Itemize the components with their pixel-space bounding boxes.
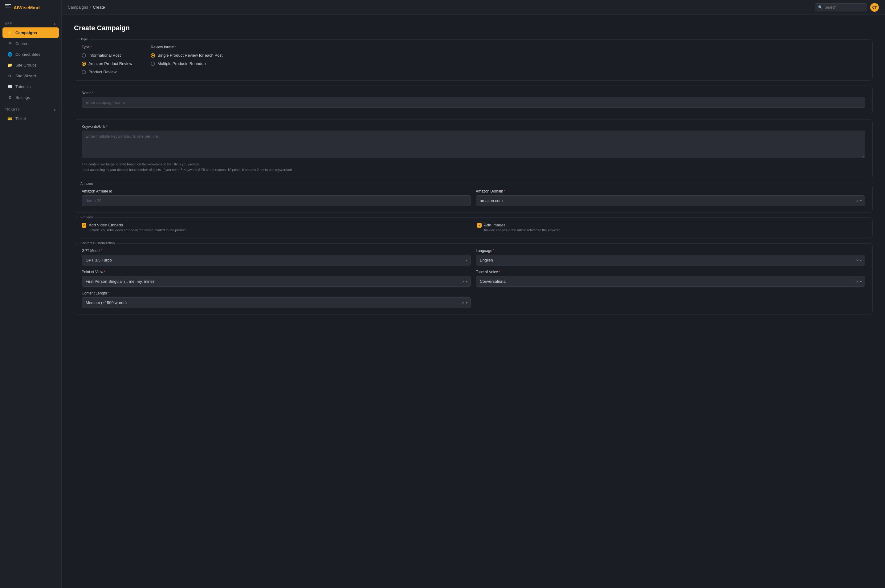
sidebar-item-connect-sites[interactable]: 🌐 Connect Sites [3, 49, 59, 60]
tickets-section-label: TICKETS ▲ [0, 103, 61, 113]
sidebar-item-label: Site Wizard [15, 74, 36, 78]
content-customization-section: Content Customization GPT Model* GPT 3.5… [74, 243, 873, 315]
images-embed-checkbox[interactable]: Add Images [477, 223, 865, 228]
pov-label: Point of View* [82, 270, 471, 274]
type-col-title: Type* [82, 45, 132, 49]
radio-product-label: Product Review [89, 70, 116, 74]
tone-label: Tone of Voice* [476, 270, 865, 274]
radio-informational[interactable]: Informational Post [82, 53, 132, 58]
format-options-col: Review format* Single Product Review for… [151, 45, 222, 66]
domain-clear-icon[interactable]: ✕ [856, 199, 859, 202]
domain-field-wrap: Amazon Domain* amazon.comamazon.co.ukama… [476, 189, 865, 206]
hamburger-menu[interactable] [5, 4, 11, 10]
gpt-select[interactable]: GPT 3.5 TurboGPT 4GPT 4 Turbo [82, 255, 471, 266]
gpt-select-wrap: GPT 3.5 TurboGPT 4GPT 4 Turbo ▾ [82, 255, 471, 266]
tone-wrap: Tone of Voice* ConversationalProfessiona… [476, 270, 865, 287]
video-embed-checkbox[interactable]: Add Video Embeds [82, 223, 470, 228]
affiliate-input[interactable] [82, 195, 471, 206]
embeds-legend: Embeds [78, 215, 95, 219]
app-section-label: APP ▲ [0, 17, 61, 27]
pov-clear-icon[interactable]: ✕ [462, 279, 465, 284]
images-embed-wrap: Add Images Include images in the article… [477, 223, 865, 232]
domain-select-wrap: amazon.comamazon.co.ukamazon.caamazon.de… [476, 195, 865, 206]
radio-single[interactable]: Single Product Review for each Post [151, 53, 222, 58]
page-title: Create Campaign [74, 24, 873, 32]
logo-area: AIWiseMind [0, 0, 61, 15]
tone-select[interactable]: ConversationalProfessionalCasualFormal [476, 276, 865, 287]
radio-multiple[interactable]: Multiple Products Roundup [151, 61, 222, 66]
affiliate-label: Amazon Affiliate Id [82, 189, 471, 194]
keywords-section: Keywords/Urls* The content will be gener… [74, 119, 873, 179]
sidebar: AIWiseMind APP ▲ ⚡ Campaigns ⊞ Content 🌐… [0, 0, 62, 588]
sidebar-item-label: Ticket [15, 116, 26, 121]
bolt-icon: ⚡ [8, 30, 12, 35]
folder-icon: 📁 [8, 63, 12, 68]
sidebar-item-site-groups[interactable]: 📁 Site Groups [3, 60, 59, 70]
sidebar-item-site-wizard[interactable]: ⚙ Site Wizard [3, 70, 59, 81]
affiliate-field-wrap: Amazon Affiliate Id [82, 189, 471, 206]
length-label: Content Length* [82, 291, 471, 296]
radio-amazon-label: Amazon Product Review [89, 61, 132, 66]
keywords-textarea[interactable] [82, 130, 865, 158]
video-embed-check-icon [82, 223, 86, 228]
wand-icon: ⚙ [8, 73, 12, 78]
header-right: 🔍 CT [815, 3, 879, 12]
tickets-section-chevron: ▲ [53, 108, 56, 111]
radio-amazon[interactable]: Amazon Product Review [82, 61, 132, 66]
radio-product-review[interactable]: Product Review [82, 70, 132, 74]
sidebar-item-label: Content [15, 41, 30, 46]
video-embed-label: Add Video Embeds [89, 223, 123, 227]
format-col-title: Review format* [151, 45, 222, 49]
avatar[interactable]: CT [870, 3, 879, 12]
breadcrumb: Campaigns / Create [68, 5, 105, 9]
app-name: AIWiseMind [14, 5, 40, 10]
search-input[interactable] [825, 5, 864, 9]
keywords-hint: The content will be generated based on t… [82, 162, 865, 172]
radio-informational-circle [82, 53, 86, 58]
sidebar-item-ticket[interactable]: 🎫 Ticket [3, 113, 59, 124]
length-wrap: Content Length* Short (~750 words)Medium… [82, 291, 471, 308]
type-section: Type Type* Informational Post Amazon Pro… [74, 39, 873, 81]
sidebar-item-label: Site Groups [15, 63, 37, 68]
domain-label: Amazon Domain* [476, 189, 865, 194]
keywords-label: Keywords/Urls* [82, 124, 865, 129]
images-label: Add Images [484, 223, 505, 227]
language-label: Language* [476, 249, 865, 253]
amazon-legend: Amazon [78, 182, 95, 185]
radio-informational-label: Informational Post [89, 53, 121, 58]
radio-single-label: Single Product Review for each Post [158, 53, 222, 58]
embeds-section: Embeds Add Video Embeds Include YouTube … [74, 218, 873, 238]
app-section-chevron: ▲ [53, 22, 56, 25]
campaign-name-input[interactable] [82, 97, 865, 108]
name-section: Name* [74, 86, 873, 114]
breadcrumb-parent[interactable]: Campaigns [68, 5, 88, 9]
search-box[interactable]: 🔍 [815, 3, 867, 11]
breadcrumb-separator: / [90, 5, 91, 9]
sidebar-item-campaigns[interactable]: ⚡ Campaigns [3, 27, 59, 38]
language-select[interactable]: EnglishSpanishFrenchGerman [476, 255, 865, 266]
language-wrap: Language* EnglishSpanishFrenchGerman ✕ ▾ [476, 249, 865, 266]
gpt-label: GPT Model* [82, 249, 471, 253]
amazon-section: Amazon Amazon Affiliate Id Amazon Domain… [74, 184, 873, 213]
images-hint: Include images in the article related to… [484, 228, 865, 232]
sidebar-item-tutorials[interactable]: 📖 Tutorials [3, 81, 59, 92]
breadcrumb-current: Create [93, 5, 105, 9]
sidebar-item-label: Connect Sites [15, 52, 41, 57]
sidebar-item-settings[interactable]: ⚙ Settings [3, 92, 59, 103]
sidebar-item-content[interactable]: ⊞ Content [3, 38, 59, 49]
tone-select-wrap: ConversationalProfessionalCasualFormal ✕… [476, 276, 865, 287]
tone-clear-icon[interactable]: ✕ [856, 279, 859, 284]
domain-select[interactable]: amazon.comamazon.co.ukamazon.caamazon.de [476, 195, 865, 206]
length-clear-icon[interactable]: ✕ [462, 301, 465, 304]
radio-product-circle [82, 70, 86, 74]
radio-multiple-circle [151, 62, 155, 66]
pov-wrap: Point of View* First Person Singular (I,… [82, 270, 471, 287]
length-select[interactable]: Short (~750 words)Medium (~1500 words)Lo… [82, 297, 471, 308]
type-options-col: Type* Informational Post Amazon Product … [82, 45, 132, 74]
images-check-icon [477, 223, 482, 228]
language-clear-icon[interactable]: ✕ [856, 258, 859, 262]
radio-multiple-label: Multiple Products Roundup [158, 61, 206, 66]
pov-select[interactable]: First Person Singular (I, me, my, mine)S… [82, 276, 471, 287]
book-icon: 📖 [8, 84, 12, 89]
length-select-wrap: Short (~750 words)Medium (~1500 words)Lo… [82, 297, 471, 308]
